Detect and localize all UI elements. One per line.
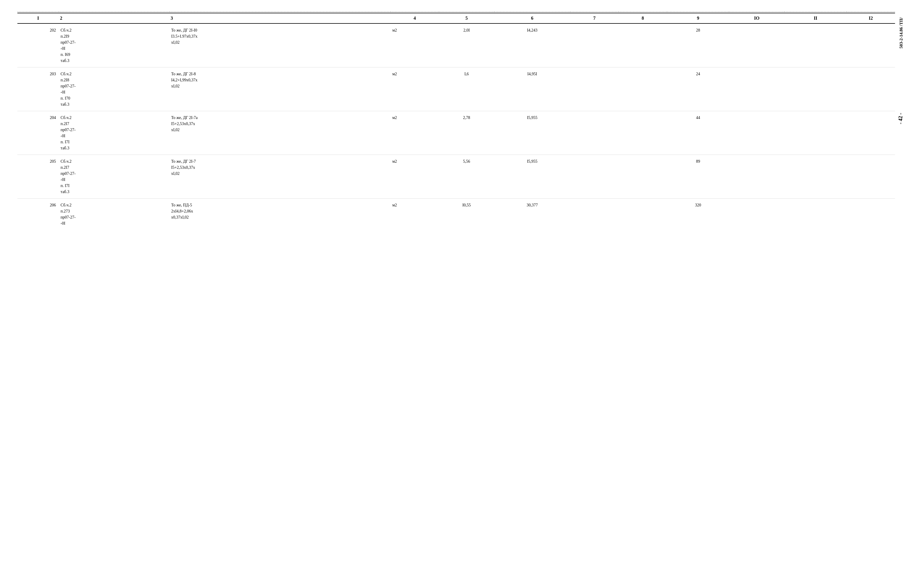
cell-0-8: 28 [667,23,729,67]
header-col8: 8 [619,13,667,23]
table-row: 202Сб.ч.2 п.2I9 пр07-27- -0I п. I69 таб.… [17,23,895,67]
cell-3-4: 5,56 [439,155,494,198]
cell-2-6 [570,111,619,155]
table-row: 205Сб.ч.2 п.2I7 пр07-27- -0I п. I7I таб.… [17,155,895,198]
cell-3-7 [619,155,667,198]
cell-1-6 [570,67,619,111]
cell-1-3: м2 [391,67,439,111]
cell-4-10 [784,198,846,230]
cell-0-11 [846,23,895,67]
header-col5: 5 [439,13,494,23]
cell-2-3: м2 [391,111,439,155]
cell-2-1: Сб.ч.2 п.2I7 пр07-27- -0I п. I7I таб.3 [59,111,170,155]
cell-0-0: 202 [17,23,59,67]
cell-2-8: 44 [667,111,729,155]
side-label-bottom: - 42 - [898,113,904,124]
cell-2-11 [846,111,895,155]
cell-3-5: I5,955 [494,155,570,198]
cell-4-5: 30,377 [494,198,570,230]
header-col10: IO [729,13,784,23]
cell-0-7 [619,23,667,67]
cell-2-0: 204 [17,111,59,155]
table-row: 204Сб.ч.2 п.2I7 пр07-27- -0I п. I7I таб.… [17,111,895,155]
header-col12: I2 [846,13,895,23]
cell-4-9 [729,198,784,230]
cell-4-0: 206 [17,198,59,230]
cell-0-5: I4,243 [494,23,570,67]
cell-2-2: То же, ДГ 2I-7а I5+2,53x0,37x xI,02 [170,111,391,155]
header-col1: I [17,13,59,23]
header-col2: 2 [59,13,170,23]
cell-1-11 [846,67,895,111]
cell-4-2: То же, ПД-5 2xI4,8+2,06x x0,37xI,02 [170,198,391,230]
cell-3-3: м2 [391,155,439,198]
cell-1-4: I,6 [439,67,494,111]
cell-1-10 [784,67,846,111]
header-col9: 9 [667,13,729,23]
cell-2-9 [729,111,784,155]
cell-4-8: 320 [667,198,729,230]
table-row: 203Сб.ч.2 п.2I8 пр07-27- -0I п. I70 таб.… [17,67,895,111]
cell-4-6 [570,198,619,230]
cell-2-4: 2,78 [439,111,494,155]
cell-0-4: 2,0I [439,23,494,67]
cell-1-7 [619,67,667,111]
cell-2-10 [784,111,846,155]
cell-1-8: 24 [667,67,729,111]
cell-1-2: То же, ДГ 2I-8 I4,2+I,99x0,37x xI,02 [170,67,391,111]
header-col7: 7 [570,13,619,23]
cell-3-11 [846,155,895,198]
cell-3-10 [784,155,846,198]
cell-0-6 [570,23,619,67]
header-col6: 6 [494,13,570,23]
cell-1-1: Сб.ч.2 п.2I8 пр07-27- -0I п. I70 таб.3 [59,67,170,111]
cell-1-0: 203 [17,67,59,111]
cell-0-10 [784,23,846,67]
header-col11: II [784,13,846,23]
header-col4: 4 [391,13,439,23]
cell-3-9 [729,155,784,198]
cell-3-8: 89 [667,155,729,198]
cell-2-7 [619,111,667,155]
cell-4-4: I0,55 [439,198,494,230]
cell-4-3: м2 [391,198,439,230]
page-container: 503-2-14.86 /ТП/ - 42 - I 2 3 [17,12,907,230]
side-label-top: 503-2-14.86 /ТП/ [899,17,904,49]
cell-1-5: I4,95I [494,67,570,111]
cell-4-1: Сб.ч.2 п.273 пр07-27- -0I [59,198,170,230]
cell-3-1: Сб.ч.2 п.2I7 пр07-27- -0I п. I7I таб.3 [59,155,170,198]
table-header: I 2 3 4 5 6 7 8 9 IO II I2 [17,13,895,23]
cell-3-0: 205 [17,155,59,198]
cell-1-9 [729,67,784,111]
cell-4-11 [846,198,895,230]
main-table: I 2 3 4 5 6 7 8 9 IO II I2 202Сб.ч.2 п.2… [17,12,895,230]
cell-4-7 [619,198,667,230]
cell-0-2: То же, ДГ 2I-I0 I3.5+I.97x0,37x xI,02 [170,23,391,67]
cell-0-9 [729,23,784,67]
cell-2-5: I5,955 [494,111,570,155]
header-col3: 3 [170,13,391,23]
cell-3-2: То же, ДГ 2I-7 I5+2,53x0,37x xI,02 [170,155,391,198]
cell-3-6 [570,155,619,198]
table-row: 206Сб.ч.2 п.273 пр07-27- -0IТо же, ПД-5 … [17,198,895,230]
cell-0-3: м2 [391,23,439,67]
cell-0-1: Сб.ч.2 п.2I9 пр07-27- -0I п. I69 таб.3 [59,23,170,67]
